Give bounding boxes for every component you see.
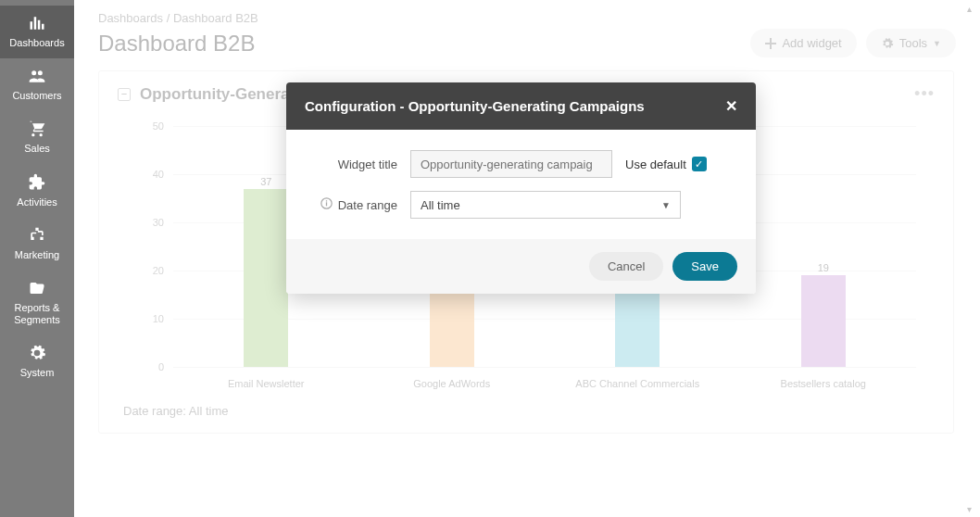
- widget-title-input[interactable]: [410, 150, 612, 178]
- save-button[interactable]: Save: [672, 252, 737, 281]
- widget-title-label: Widget title: [338, 158, 397, 171]
- sidebar-item-label: Dashboards: [9, 37, 64, 49]
- sidebar-item-activities[interactable]: Activities: [0, 165, 74, 218]
- sidebar-item-system[interactable]: System: [0, 335, 74, 388]
- sidebar-item-label: Marketing: [15, 249, 59, 261]
- svg-rect-2: [326, 200, 327, 201]
- use-default-label: Use default: [625, 158, 686, 171]
- sidebar-item-dashboards[interactable]: Dashboards: [0, 6, 74, 58]
- sidebar-item-label: Customers: [12, 90, 61, 102]
- bars-icon: [25, 13, 49, 33]
- date-range-select[interactable]: All time ▼: [410, 191, 681, 219]
- modal-title: Configuration - Opportunity-Generating C…: [305, 98, 645, 114]
- sidebar-item-label: Reports & Segments: [2, 302, 72, 326]
- sidebar-item-marketing[interactable]: Marketing: [0, 218, 74, 271]
- sidebar-item-reports[interactable]: Reports & Segments: [0, 271, 74, 335]
- sidebar-item-label: Sales: [24, 143, 50, 155]
- svg-rect-1: [326, 202, 327, 206]
- close-icon[interactable]: ✕: [725, 97, 737, 115]
- cancel-button[interactable]: Cancel: [589, 252, 663, 281]
- use-default-toggle[interactable]: Use default ✓: [625, 157, 707, 171]
- date-range-label: Date range: [338, 198, 397, 212]
- users-icon: [25, 66, 49, 86]
- puzzle-icon: [25, 172, 49, 193]
- checkbox-checked-icon[interactable]: ✓: [692, 157, 707, 171]
- sidebar-item-customers[interactable]: Customers: [0, 58, 74, 111]
- folder-icon: [25, 278, 49, 298]
- cart-icon: [25, 119, 49, 139]
- chevron-down-icon: ▼: [661, 200, 671, 210]
- sidebar-item-sales[interactable]: Sales: [0, 111, 74, 164]
- sidebar-item-label: System: [20, 367, 55, 379]
- date-range-value: All time: [421, 198, 460, 212]
- info-icon[interactable]: [320, 197, 333, 212]
- sitemap-icon: [25, 225, 49, 246]
- sidebar-item-label: Activities: [17, 196, 57, 208]
- sidebar: DashboardsCustomersSalesActivitiesMarket…: [0, 0, 74, 517]
- gear-icon: [25, 343, 49, 363]
- config-modal: Configuration - Opportunity-Generating C…: [286, 82, 756, 294]
